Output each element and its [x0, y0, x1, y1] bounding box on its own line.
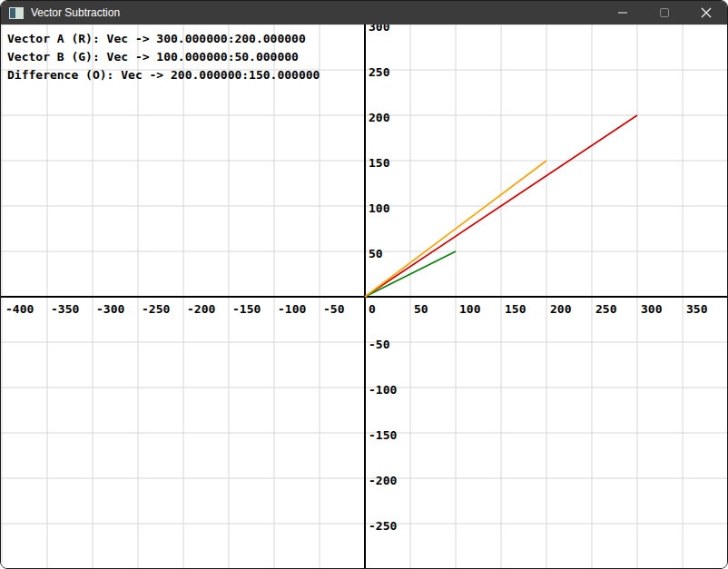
x-tick-label: -300: [96, 303, 124, 315]
app-window: Vector Subtraction -400-350-300-25: [0, 0, 728, 569]
y-tick-label: -150: [369, 429, 397, 441]
maximize-button[interactable]: [644, 1, 685, 25]
y-tick-label: 300: [369, 25, 389, 33]
y-tick-label: -200: [369, 475, 397, 486]
x-tick-label: 350: [686, 303, 707, 315]
x-tick-label: -400: [5, 303, 34, 315]
x-tick-label: 100: [459, 303, 480, 315]
y-tick-label: -50: [369, 338, 389, 350]
minimize-button[interactable]: [602, 1, 644, 25]
plot-area: -400-350-300-250-200-150-100-50050100150…: [1, 25, 727, 568]
y-tick-label: -100: [369, 384, 397, 396]
x-tick-label: -100: [278, 303, 306, 315]
y-tick-label: 100: [369, 202, 389, 214]
y-tick-label: 200: [369, 112, 389, 123]
info-line-difference: Difference (O): Vec -> 200.000000:150.00…: [7, 66, 320, 84]
x-tick-label: 250: [595, 303, 616, 315]
app-icon-right-pane: [15, 8, 23, 18]
x-tick-label: 150: [505, 303, 526, 315]
x-tick-label: 300: [641, 303, 662, 315]
x-tick-label: 200: [550, 303, 571, 315]
minimize-icon: [617, 7, 628, 18]
y-tick-label: -250: [369, 520, 397, 532]
x-tick-label: -200: [187, 303, 215, 315]
app-icon: [9, 7, 24, 19]
x-tick-label: -150: [232, 303, 261, 315]
info-line-vector-a: Vector A (R): Vec -> 300.000000:200.0000…: [7, 30, 320, 48]
vector-info: Vector A (R): Vec -> 300.000000:200.0000…: [7, 30, 320, 84]
info-line-vector-b: Vector B (G): Vec -> 100.000000:50.00000…: [7, 48, 320, 66]
x-tick-label: 0: [369, 303, 376, 315]
y-tick-label: 50: [369, 248, 383, 260]
title-bar[interactable]: Vector Subtraction: [1, 1, 727, 25]
maximize-icon: [659, 7, 670, 18]
y-tick-label: 250: [369, 66, 389, 78]
x-tick-label: -250: [142, 303, 170, 315]
window-controls: [602, 1, 727, 25]
vector-plot: [1, 25, 727, 568]
window-title: Vector Subtraction: [31, 6, 602, 19]
x-tick-label: 50: [414, 303, 428, 315]
y-tick-label: 150: [369, 157, 389, 169]
x-tick-label: -50: [323, 303, 344, 315]
x-tick-label: -350: [51, 303, 79, 315]
close-icon: [701, 7, 712, 18]
close-button[interactable]: [685, 1, 727, 25]
